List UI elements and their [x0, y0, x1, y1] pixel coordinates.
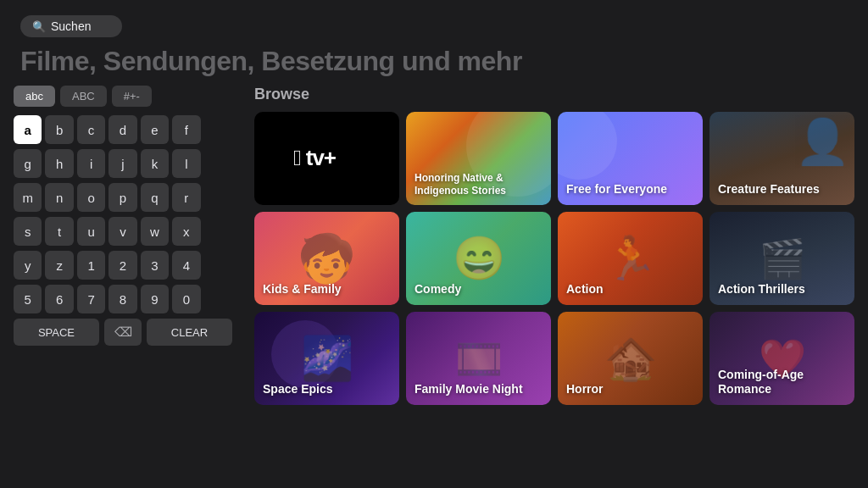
key-g[interactable]: g	[14, 149, 42, 178]
mode-ABC[interactable]: ABC	[60, 86, 107, 107]
creature-icon: 👤	[795, 116, 850, 168]
key-i[interactable]: i	[77, 149, 105, 178]
main-content: abc ABC #+- a b c d e f g h i j k l m n …	[0, 86, 868, 488]
tile-action[interactable]: 🏃 Action	[558, 212, 703, 305]
key-3[interactable]: 3	[141, 251, 169, 280]
key-o[interactable]: o	[77, 183, 105, 212]
key-d[interactable]: d	[108, 115, 136, 144]
key-v[interactable]: v	[108, 217, 136, 246]
key-t[interactable]: t	[45, 217, 73, 246]
keyboard-panel: abc ABC #+- a b c d e f g h i j k l m n …	[0, 86, 246, 488]
appletv-logo:  tv+	[254, 112, 399, 205]
keyboard-mode-row: abc ABC #+-	[14, 86, 232, 107]
space-button[interactable]: SPACE	[14, 319, 99, 346]
key-p[interactable]: p	[108, 183, 136, 212]
keyboard-row-4: s t u v w x	[14, 217, 232, 246]
family-icon: 🎞️	[455, 336, 503, 381]
key-l[interactable]: l	[172, 149, 200, 178]
browse-panel: Browse  tv+ Honoring Native & Indigenou…	[246, 86, 868, 488]
tile-comedy-label: Comedy	[415, 282, 542, 297]
tile-native[interactable]: Honoring Native & Indigenous Stories	[406, 112, 551, 205]
key-z[interactable]: z	[45, 251, 73, 280]
key-n[interactable]: n	[45, 183, 73, 212]
key-2[interactable]: 2	[108, 251, 136, 280]
actionthriller-icon: 🎬	[759, 236, 806, 281]
key-h[interactable]: h	[45, 149, 73, 178]
key-y[interactable]: y	[14, 251, 42, 280]
tile-family[interactable]: 🎞️ Family Movie Night	[406, 312, 551, 405]
action-icon: 🏃	[604, 234, 657, 283]
horror-icon: 🏚️	[604, 334, 657, 383]
keyboard-actions: SPACE ⌫ CLEAR	[14, 319, 232, 346]
tile-action-label: Action	[566, 282, 694, 297]
mode-symbols[interactable]: #+-	[112, 86, 152, 107]
tile-horror-label: Horror	[566, 382, 694, 396]
tile-free[interactable]: Free for Everyone	[558, 112, 703, 205]
key-k[interactable]: k	[141, 149, 169, 178]
key-e[interactable]: e	[141, 115, 169, 144]
tile-horror[interactable]: 🏚️ Horror	[558, 312, 703, 405]
kids-icon: 🧒	[298, 231, 356, 286]
tile-romance-label: Coming-of-Age Romance	[718, 368, 846, 396]
tile-native-label: Honoring Native & Indigenous Stories	[415, 172, 542, 197]
key-1[interactable]: 1	[77, 251, 105, 280]
keyboard-row-2: g h i j k l	[14, 149, 232, 178]
key-u[interactable]: u	[77, 217, 105, 246]
key-j[interactable]: j	[108, 149, 136, 178]
key-4[interactable]: 4	[172, 251, 200, 280]
search-label: Suchen	[51, 19, 91, 33]
key-0[interactable]: 0	[172, 285, 200, 313]
tile-actionthriller[interactable]: 🎬 Action Thrillers	[709, 212, 854, 305]
page-title: Filme, Sendungen, Besetzung und mehr	[0, 42, 868, 86]
appletv-svg:  tv+	[293, 141, 361, 175]
tile-creature-label: Creature Features	[718, 182, 846, 197]
key-a[interactable]: a	[14, 115, 42, 144]
keyboard-row-5: y z 1 2 3 4	[14, 251, 232, 280]
tile-kids[interactable]: 🧒 Kids & Family	[254, 212, 399, 305]
backspace-icon: ⌫	[114, 324, 132, 340]
tile-kids-label: Kids & Family	[263, 282, 391, 297]
key-5[interactable]: 5	[14, 285, 42, 313]
tile-romance[interactable]: ❤️ Coming-of-Age Romance	[709, 312, 854, 405]
search-bar[interactable]: 🔍 Suchen	[20, 15, 122, 37]
tile-family-label: Family Movie Night	[415, 382, 542, 396]
tile-space[interactable]: 🌌 Space Epics	[254, 312, 399, 405]
tile-actionthriller-label: Action Thrillers	[718, 282, 846, 297]
key-s[interactable]: s	[14, 217, 42, 246]
keyboard-row-6: 5 6 7 8 9 0	[14, 285, 232, 313]
search-icon: 🔍	[32, 20, 46, 33]
key-w[interactable]: w	[141, 217, 169, 246]
key-b[interactable]: b	[45, 115, 73, 144]
header: 🔍 Suchen	[0, 0, 868, 42]
space-icon: 🌌	[301, 334, 353, 383]
clear-button[interactable]: CLEAR	[147, 319, 232, 346]
svg-text: tv+:  tv+	[293, 145, 337, 170]
key-7[interactable]: 7	[77, 285, 105, 313]
mode-abc[interactable]: abc	[14, 86, 55, 107]
key-m[interactable]: m	[14, 183, 42, 212]
tile-creature[interactable]: 👤 Creature Features	[709, 112, 854, 205]
tile-space-label: Space Epics	[263, 382, 391, 396]
key-9[interactable]: 9	[141, 285, 169, 313]
key-q[interactable]: q	[141, 183, 169, 212]
key-r[interactable]: r	[172, 183, 200, 212]
comedy-icon: 😄	[453, 234, 505, 283]
key-8[interactable]: 8	[108, 285, 136, 313]
keyboard-row-3: m n o p q r	[14, 183, 232, 212]
tile-comedy[interactable]: 😄 Comedy	[406, 212, 551, 305]
key-x[interactable]: x	[172, 217, 200, 246]
key-f[interactable]: f	[172, 115, 200, 144]
browse-grid:  tv+ Honoring Native & Indigenous Stori…	[254, 112, 854, 412]
backspace-button[interactable]: ⌫	[104, 319, 142, 346]
key-c[interactable]: c	[77, 115, 105, 144]
tile-appletv[interactable]:  tv+	[254, 112, 399, 205]
browse-label: Browse	[254, 86, 854, 103]
key-6[interactable]: 6	[45, 285, 73, 313]
tile-free-label: Free for Everyone	[566, 182, 694, 197]
keyboard-row-1: a b c d e f	[14, 115, 232, 144]
